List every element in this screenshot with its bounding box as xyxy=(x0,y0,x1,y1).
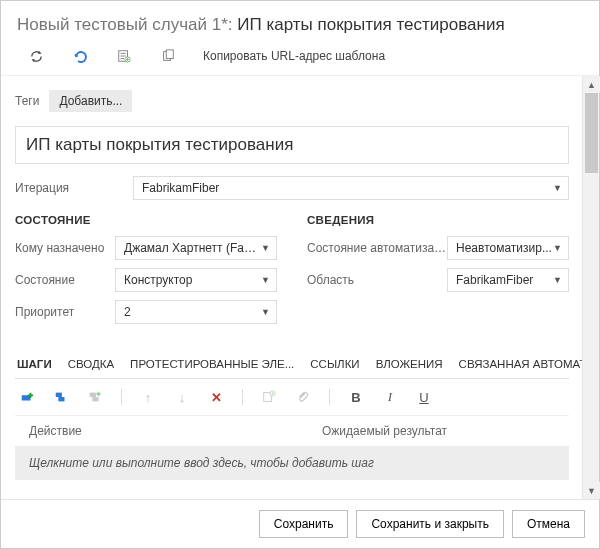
chevron-down-icon: ▼ xyxy=(261,275,270,285)
tab-attachments[interactable]: ВЛОЖЕНИЯ xyxy=(374,350,445,378)
tab-summary[interactable]: СВОДКА xyxy=(66,350,116,378)
save-button[interactable]: Сохранить xyxy=(259,510,349,538)
chevron-down-icon: ▼ xyxy=(261,307,270,317)
chevron-down-icon: ▼ xyxy=(261,243,270,253)
svg-rect-5 xyxy=(56,393,62,397)
params-icon[interactable] xyxy=(261,389,277,405)
iteration-select[interactable]: FabrikamFiber ▼ xyxy=(133,176,569,200)
scroll-thumb[interactable] xyxy=(585,93,598,173)
tags-row: Теги Добавить... xyxy=(15,90,569,112)
scroll-content: Теги Добавить... Итерация FabrikamFiber … xyxy=(1,76,583,499)
steps-columns: Действие Ожидаемый результат xyxy=(15,416,569,446)
iteration-label: Итерация xyxy=(15,181,133,195)
state-label: Состояние xyxy=(15,273,115,287)
tags-label: Теги xyxy=(15,94,39,108)
assigned-label: Кому назначено xyxy=(15,241,115,255)
tab-automation[interactable]: СВЯЗАННАЯ АВТОМАТИЗАЦИЯ xyxy=(457,350,583,378)
add-shared-step-icon[interactable] xyxy=(53,389,69,405)
save-close-button[interactable]: Сохранить и закрыть xyxy=(356,510,503,538)
copy-url-link[interactable]: Копировать URL-адрес шаблона xyxy=(203,49,385,63)
chevron-down-icon: ▼ xyxy=(553,183,562,193)
svg-rect-3 xyxy=(166,50,173,59)
title-prefix: Новый тестовый случай 1*: xyxy=(17,15,237,34)
italic-icon[interactable]: I xyxy=(382,389,398,405)
shared-steps-icon[interactable] xyxy=(87,389,103,405)
separator xyxy=(329,389,330,405)
title-input[interactable] xyxy=(15,126,569,164)
steps-toolbar: ↑ ↓ ✕ B I U xyxy=(15,379,569,416)
title-text: ИП карты покрытия тестирования xyxy=(237,15,504,34)
svg-rect-6 xyxy=(58,397,64,401)
section-details: СВЕДЕНИЯ Состояние автоматизации Неавтом… xyxy=(307,214,569,332)
dialog: Новый тестовый случай 1*: ИП карты покры… xyxy=(0,0,600,549)
priority-label: Приоритет xyxy=(15,305,115,319)
iteration-row: Итерация FabrikamFiber ▼ xyxy=(15,176,569,200)
area-select[interactable]: FabrikamFiber ▼ xyxy=(447,268,569,292)
sections: СОСТОЯНИЕ Кому назначено Джамал Хартнетт… xyxy=(15,214,569,332)
refresh-icon[interactable] xyxy=(27,47,45,65)
col-action: Действие xyxy=(29,424,262,438)
undo-icon[interactable] xyxy=(71,47,89,65)
svg-rect-8 xyxy=(92,397,98,401)
dialog-footer: Сохранить Сохранить и закрыть Отмена xyxy=(1,499,599,548)
svg-rect-7 xyxy=(90,393,96,397)
section-state-heading: СОСТОЯНИЕ xyxy=(15,214,277,226)
area-label: Область xyxy=(307,273,447,287)
move-down-icon[interactable]: ↓ xyxy=(174,389,190,405)
add-step-icon[interactable] xyxy=(19,389,35,405)
automation-select[interactable]: Неавтоматизир... ▼ xyxy=(447,236,569,260)
chevron-down-icon: ▼ xyxy=(553,243,562,253)
chevron-down-icon: ▼ xyxy=(553,275,562,285)
delete-step-icon[interactable]: ✕ xyxy=(208,389,224,405)
add-tag-button[interactable]: Добавить... xyxy=(49,90,132,112)
scroll-up-icon[interactable]: ▲ xyxy=(583,76,600,93)
section-details-heading: СВЕДЕНИЯ xyxy=(307,214,569,226)
automation-label: Состояние автоматизации xyxy=(307,241,447,255)
assigned-select[interactable]: Джамал Хартнетт (Fabrikam) ▼ xyxy=(115,236,277,260)
tab-links[interactable]: ССЫЛКИ xyxy=(308,350,361,378)
body: Теги Добавить... Итерация FabrikamFiber … xyxy=(1,75,599,499)
cancel-button[interactable]: Отмена xyxy=(512,510,585,538)
main-toolbar: Копировать URL-адрес шаблона xyxy=(1,41,599,75)
separator xyxy=(242,389,243,405)
section-state: СОСТОЯНИЕ Кому назначено Джамал Хартнетт… xyxy=(15,214,277,332)
tabs: ШАГИ СВОДКА ПРОТЕСТИРОВАННЫЕ ЭЛЕ... ССЫЛ… xyxy=(15,350,569,379)
tab-tested[interactable]: ПРОТЕСТИРОВАННЫЕ ЭЛЕ... xyxy=(128,350,296,378)
priority-select[interactable]: 2 ▼ xyxy=(115,300,277,324)
move-up-icon[interactable]: ↑ xyxy=(140,389,156,405)
tab-steps[interactable]: ШАГИ xyxy=(15,350,54,378)
copy-icon[interactable] xyxy=(159,47,177,65)
bold-icon[interactable]: B xyxy=(348,389,364,405)
state-select[interactable]: Конструктор ▼ xyxy=(115,268,277,292)
attach-icon[interactable] xyxy=(295,389,311,405)
underline-icon[interactable]: U xyxy=(416,389,432,405)
col-expected: Ожидаемый результат xyxy=(262,424,555,438)
template-icon[interactable] xyxy=(115,47,133,65)
separator xyxy=(121,389,122,405)
dialog-header: Новый тестовый случай 1*: ИП карты покры… xyxy=(1,1,599,41)
vertical-scrollbar[interactable]: ▲ ▼ xyxy=(582,76,599,499)
scroll-down-icon[interactable]: ▼ xyxy=(583,482,600,499)
steps-hint[interactable]: Щелкните или выполните ввод здесь, чтобы… xyxy=(15,446,569,480)
